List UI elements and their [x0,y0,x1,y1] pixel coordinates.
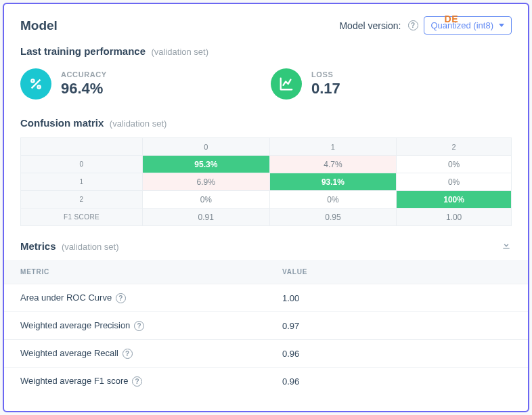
metrics-title: Metrics [20,240,56,252]
metrics-table: METRIC VALUE Area under ROC Curve ? 1.00… [4,260,528,395]
cm-cell-2-0: 0% [143,191,270,209]
help-icon[interactable]: ? [408,20,418,30]
metric-value: 0.96 [266,340,528,368]
cm-title: Confusion matrix [20,117,104,129]
version-label: Model version: [339,20,401,31]
cm-cell-2-1: 0% [269,191,397,209]
chevron-down-icon [499,24,504,27]
perf-sub: (validation set) [152,47,209,57]
cm-cell-2-2: 100% [397,191,512,209]
metrics-sub: (validation set) [62,242,119,252]
perf-metrics-row: ACCURACY 96.4% LOSS 0.17 [4,62,528,113]
accuracy-metric: ACCURACY 96.4% [20,68,190,100]
cm-row-head-1: 1 [21,173,143,191]
loss-label: LOSS [311,70,340,79]
card-title: Model [20,18,58,33]
dropdown-value: Quantized (int8) [431,20,494,30]
metric-row: Weighted average F1 score ? 0.96 [4,368,528,395]
help-icon[interactable]: ? [132,376,142,387]
cm-row-head-0: 0 [21,156,143,173]
loss-value: 0.17 [311,80,340,97]
cm-row-0: 0 95.3% 4.7% 0% [21,156,512,173]
help-icon[interactable]: ? [123,349,133,359]
model-card: Model Model version: ? DE Quantized (int… [3,3,529,412]
metric-name: Weighted average Recall [20,348,118,358]
cm-f1-label: F1 SCORE [21,209,143,226]
svg-point-1 [31,79,34,82]
metric-value: 0.97 [266,312,528,340]
metrics-header-row: METRIC VALUE [4,260,528,284]
help-icon[interactable]: ? [116,293,126,303]
cm-section-header: Confusion matrix (validation set) [4,113,528,133]
cm-cell-0-1: 4.7% [269,156,397,173]
cm-col-2: 2 [397,138,512,156]
metrics-col-value: VALUE [266,260,528,284]
percent-icon [20,68,51,100]
cm-corner [21,138,143,156]
perf-section-header: Last training performance (validation se… [4,41,528,62]
de-badge: DE [445,14,458,24]
cm-cell-0-0: 95.3% [143,156,270,173]
accuracy-label: ACCURACY [61,70,107,79]
card-header: Model Model version: ? DE Quantized (int… [4,4,528,41]
cm-sub: (validation set) [110,118,167,129]
cm-cell-1-0: 6.9% [143,173,270,191]
cm-f1-row: F1 SCORE 0.91 0.95 1.00 [21,209,512,226]
cm-row-1: 1 6.9% 93.1% 0% [21,173,512,191]
cm-col-0: 0 [143,138,270,156]
metrics-col-metric: METRIC [4,260,266,284]
cm-cell-1-2: 0% [397,173,512,191]
metric-value: 0.96 [266,368,528,395]
cm-f1-2: 1.00 [397,209,512,226]
perf-title: Last training performance [20,45,146,57]
help-icon[interactable]: ? [134,321,144,331]
metric-name: Area under ROC Curve [20,292,112,303]
cm-row-head-2: 2 [21,191,143,209]
chart-icon [271,68,302,100]
metric-name: Weighted average Precision [20,320,130,330]
version-row: Model version: ? DE Quantized (int8) [339,16,512,35]
confusion-matrix-table: 0 1 2 0 95.3% 4.7% 0% 1 6.9% 93.1% 0% [20,137,512,226]
cm-f1-1: 0.95 [269,209,397,226]
metrics-section-header: Metrics (validation set) [4,230,528,260]
metric-row: Area under ROC Curve ? 1.00 [4,284,528,312]
cm-cell-0-2: 0% [397,156,512,173]
metric-name: Weighted average F1 score [20,376,128,386]
svg-point-2 [37,85,40,88]
cm-col-1: 1 [269,138,397,156]
cm-cell-1-1: 93.1% [269,173,397,191]
metric-row: Weighted average Recall ? 0.96 [4,340,528,368]
loss-metric: LOSS 0.17 [271,68,440,100]
metric-value: 1.00 [266,284,528,312]
metric-row: Weighted average Precision ? 0.97 [4,312,528,340]
download-icon[interactable] [501,240,512,253]
cm-table-wrap: 0 1 2 0 95.3% 4.7% 0% 1 6.9% 93.1% 0% [4,133,528,230]
cm-header-row: 0 1 2 [21,138,512,156]
accuracy-value: 96.4% [61,80,107,97]
model-version-dropdown[interactable]: DE Quantized (int8) [424,16,512,35]
cm-row-2: 2 0% 0% 100% [21,191,512,209]
svg-line-0 [32,80,41,89]
cm-f1-0: 0.91 [143,209,270,226]
